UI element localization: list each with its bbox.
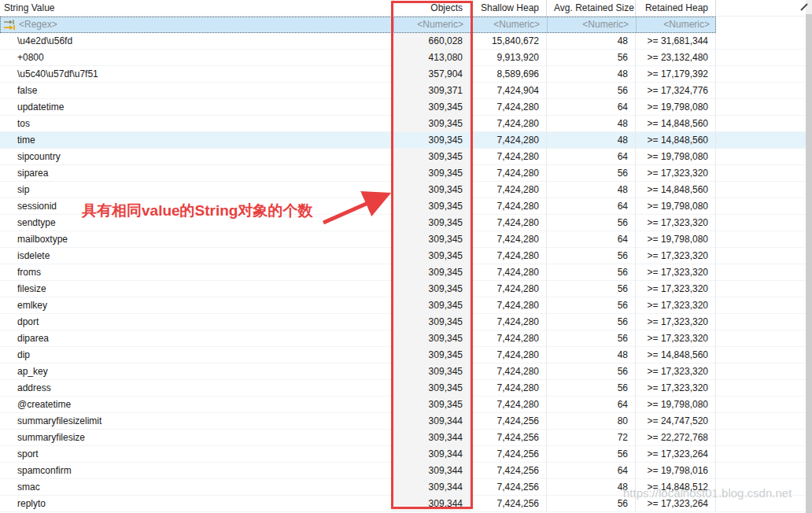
cell-objects: 309,345: [393, 364, 471, 380]
cell-retained-heap: >= 17,324,776: [636, 83, 716, 99]
cell-objects: 309,344: [393, 446, 471, 463]
scrollbar-thumb[interactable]: [806, 14, 812, 513]
cell-string-value: dip: [0, 347, 393, 364]
cell-filler: [716, 66, 806, 83]
table-row[interactable]: summaryfilesize 309,344 7,424,256 72 >= …: [0, 430, 806, 446]
cell-avg-retained-size: 56: [547, 50, 636, 66]
annotation-text: 具有相同value的String对象的个数: [82, 201, 312, 221]
table-row[interactable]: \u5c40\u57df\u7f51 357,904 8,589,696 48 …: [0, 66, 806, 83]
table-row[interactable]: isdelete 309,345 7,424,280 56 >= 17,323,…: [0, 248, 806, 264]
table-row[interactable]: dport 309,345 7,424,280 56 >= 17,323,320: [0, 314, 806, 330]
regex-filter-input[interactable]: <Regex>: [1, 17, 394, 32]
table-row[interactable]: sipcountry 309,345 7,424,280 64 >= 19,79…: [0, 149, 806, 165]
column-header-avg-retained-size[interactable]: Avg. Retained Size: [547, 0, 636, 17]
table-row[interactable]: sport 309,344 7,424,256 56 >= 17,323,264: [0, 446, 806, 463]
cell-string-value: smac: [0, 479, 393, 496]
cell-string-value: diparea: [0, 330, 393, 347]
cell-retained-heap: >= 17,323,320: [636, 314, 716, 330]
cell-string-value: updatetime: [0, 99, 393, 116]
cell-retained-heap: >= 17,323,320: [636, 248, 716, 264]
cell-objects: 309,344: [393, 496, 471, 512]
cell-filler: [716, 347, 806, 364]
cell-string-value: siparea: [0, 165, 393, 182]
cell-objects: 309,345: [393, 149, 471, 165]
cell-filler: [716, 182, 806, 198]
table-row[interactable]: froms 309,345 7,424,280 56 >= 17,323,320: [0, 264, 806, 281]
cell-objects: 309,345: [393, 248, 471, 264]
cell-objects: 309,345: [393, 297, 471, 314]
column-header-shallow-heap[interactable]: Shallow Heap: [471, 0, 547, 17]
avg-retained-filter-input[interactable]: <Numeric>: [548, 17, 637, 32]
table-row[interactable]: emlkey 309,345 7,424,280 56 >= 17,323,32…: [0, 297, 806, 314]
cell-filler: [716, 430, 806, 446]
cell-objects: 309,345: [393, 116, 471, 132]
cell-retained-heap: >= 19,798,080: [636, 397, 716, 413]
table-row[interactable]: sip 309,345 7,424,280 48 >= 14,848,560: [0, 182, 806, 198]
table-row[interactable]: dip 309,345 7,424,280 48 >= 14,848,560: [0, 347, 806, 364]
column-header-objects[interactable]: Objects: [393, 0, 471, 17]
table-row[interactable]: \u4e2d\u56fd 660,028 15,840,672 48 >= 31…: [0, 33, 806, 50]
filter-icon: [3, 19, 16, 31]
cell-objects: 660,028: [393, 33, 471, 50]
table-rows: \u4e2d\u56fd 660,028 15,840,672 48 >= 31…: [0, 33, 806, 512]
table-row[interactable]: address 309,345 7,424,280 56 >= 17,323,3…: [0, 380, 806, 397]
cell-avg-retained-size: 56: [547, 248, 636, 264]
table-row[interactable]: siparea 309,345 7,424,280 56 >= 17,323,3…: [0, 165, 806, 182]
table-row[interactable]: time 309,345 7,424,280 48 >= 14,848,560: [0, 132, 806, 149]
column-header-string-value[interactable]: String Value: [0, 0, 393, 17]
shallow-heap-filter-input[interactable]: <Numeric>: [471, 17, 548, 32]
cell-retained-heap: >= 14,848,560: [636, 116, 716, 132]
cell-filler: [716, 297, 806, 314]
cell-avg-retained-size: 48: [547, 66, 636, 83]
table-row[interactable]: updatetime 309,345 7,424,280 64 >= 19,79…: [0, 99, 806, 116]
cell-filler: [716, 50, 806, 66]
cell-shallow-heap: 7,424,280: [471, 364, 547, 380]
table-row[interactable]: diparea 309,345 7,424,280 56 >= 17,323,3…: [0, 330, 806, 347]
cell-retained-heap: >= 17,323,320: [636, 380, 716, 397]
cell-objects: 357,904: [393, 66, 471, 83]
cell-filler: [716, 198, 806, 215]
cell-avg-retained-size: 48: [547, 33, 636, 50]
table-row[interactable]: @createtime 309,345 7,424,280 64 >= 19,7…: [0, 397, 806, 413]
column-header-retained-heap[interactable]: Retained Heap: [636, 0, 716, 17]
cell-objects: 309,344: [393, 463, 471, 479]
cell-avg-retained-size: 48: [547, 132, 636, 149]
cell-string-value: summaryfilesize: [0, 430, 393, 446]
cell-filler: [716, 231, 806, 248]
cell-shallow-heap: 7,424,280: [471, 314, 547, 330]
cell-shallow-heap: 7,424,256: [471, 463, 547, 479]
table-row[interactable]: summaryfilesizelimit 309,344 7,424,256 8…: [0, 413, 806, 430]
cell-string-value: \u4e2d\u56fd: [0, 33, 393, 50]
cell-avg-retained-size: 56: [547, 83, 636, 99]
cell-shallow-heap: 7,424,280: [471, 231, 547, 248]
cell-shallow-heap: 7,424,256: [471, 479, 547, 496]
table-row[interactable]: mailboxtype 309,345 7,424,280 64 >= 19,7…: [0, 231, 806, 248]
cell-string-value: replyto: [0, 496, 393, 512]
table-row[interactable]: filesize 309,345 7,424,280 56 >= 17,323,…: [0, 281, 806, 297]
table-row[interactable]: +0800 413,080 9,913,920 56 >= 23,132,480: [0, 50, 806, 66]
retained-heap-filter-input[interactable]: <Numeric>: [637, 17, 717, 32]
cell-filler: [716, 83, 806, 99]
cell-shallow-heap: 7,424,280: [471, 99, 547, 116]
cell-avg-retained-size: 56: [547, 165, 636, 182]
cell-retained-heap: >= 24,747,520: [636, 413, 716, 430]
cell-filler: [716, 446, 806, 463]
cell-objects: 309,345: [393, 314, 471, 330]
table-row[interactable]: spamconfirm 309,344 7,424,256 64 >= 19,7…: [0, 463, 806, 479]
table-row[interactable]: tos 309,345 7,424,280 48 >= 14,848,560: [0, 116, 806, 132]
cell-shallow-heap: 7,424,904: [471, 83, 547, 99]
cell-retained-heap: >= 19,798,080: [636, 198, 716, 215]
cell-retained-heap: >= 23,132,480: [636, 50, 716, 66]
cell-string-value: false: [0, 83, 393, 99]
cell-string-value: summaryfilesizelimit: [0, 413, 393, 430]
table-row[interactable]: ap_key 309,345 7,424,280 56 >= 17,323,32…: [0, 364, 806, 380]
cell-retained-heap: >= 17,323,320: [636, 165, 716, 182]
cell-string-value: @createtime: [0, 397, 393, 413]
vertical-scrollbar[interactable]: [806, 0, 812, 513]
cell-shallow-heap: 7,424,256: [471, 430, 547, 446]
cell-avg-retained-size: 64: [547, 463, 636, 479]
cell-retained-heap: >= 17,323,320: [636, 364, 716, 380]
cell-string-value: ap_key: [0, 364, 393, 380]
table-row[interactable]: false 309,371 7,424,904 56 >= 17,324,776: [0, 83, 806, 99]
objects-filter-input[interactable]: <Numeric>: [394, 17, 471, 32]
